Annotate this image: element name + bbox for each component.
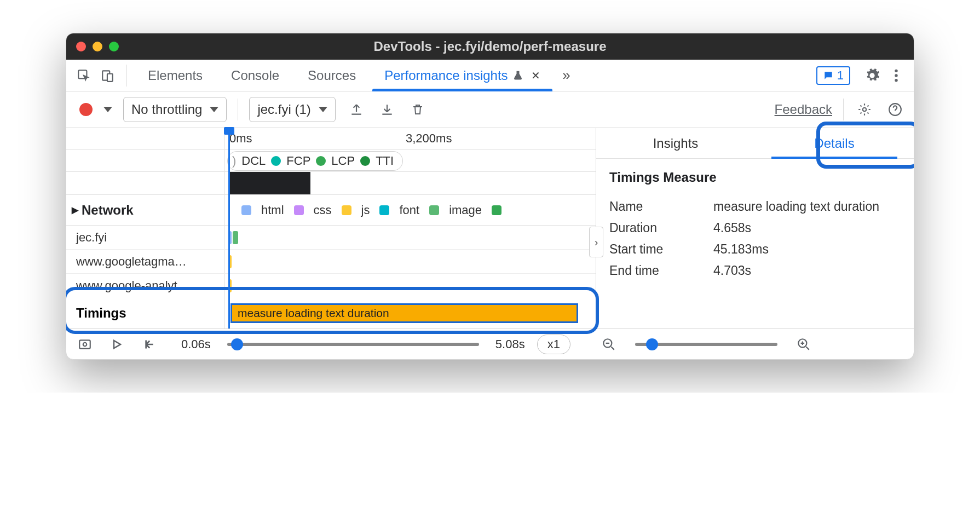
network-legend: html css js font image [225,203,596,217]
tab-insights[interactable]: Insights [596,128,755,158]
network-row[interactable]: www.googletagma… [66,250,596,274]
inspect-element-icon[interactable] [74,66,94,85]
playback-speed[interactable]: x1 [537,335,570,354]
panel-body: 0ms 3,200ms ) DCL FCP LCP TTI [66,128,914,329]
metrics-markers-row: ) DCL FCP LCP TTI [66,150,596,172]
zoom-out-icon[interactable] [599,335,619,354]
window-controls [76,42,119,51]
recording-select[interactable]: jec.fyi (1) [249,97,335,122]
download-icon[interactable] [377,100,397,119]
close-tab-icon[interactable]: ✕ [531,69,540,82]
svg-rect-2 [107,73,113,81]
upload-icon[interactable] [347,100,366,119]
window-title: DevTools - jec.fyi/demo/perf-measure [66,39,914,54]
right-panel-tabs: Insights Details [596,128,914,159]
chevron-down-icon [319,107,327,112]
toggle-view-icon[interactable] [75,335,95,354]
timings-track[interactable]: measure loading text duration [225,298,596,329]
record-button[interactable] [79,103,93,116]
network-row[interactable]: www.google-analyt… [66,274,596,298]
throttling-select[interactable]: No throttling [123,97,227,122]
detail-row-start: Start time45.183ms [596,239,914,260]
tab-performance-insights[interactable]: Performance insights ✕ [372,60,552,91]
playback-start-time: 0.06s [181,337,211,352]
time-tick-label: 3,200ms [406,131,452,146]
timing-measure-bar[interactable]: measure loading text duration [230,303,578,323]
tab-console[interactable]: Console [219,60,291,91]
rewind-icon[interactable] [139,335,158,354]
metrics-chipgroup[interactable]: ) DCL FCP LCP TTI [227,151,403,171]
tab-sources[interactable]: Sources [296,60,368,91]
zoom-slider[interactable] [635,343,777,346]
timeline-panel: 0ms 3,200ms ) DCL FCP LCP TTI [66,128,596,329]
zoom-in-icon[interactable] [794,335,814,354]
maximize-window-button[interactable] [109,42,119,51]
feedback-link[interactable]: Feedback [775,102,832,117]
network-toggle[interactable]: ▶ Network [66,195,225,225]
device-toolbar-icon[interactable] [98,66,118,85]
detail-row-name: Namemeasure loading text duration [596,196,914,217]
tab-details[interactable]: Details [755,128,914,158]
more-menu-icon[interactable] [886,66,906,85]
svg-rect-8 [79,340,90,348]
close-window-button[interactable] [76,42,86,51]
playback-footer: 0.06s 5.08s x1 [66,329,914,359]
chat-icon [823,70,834,81]
playhead-indicator[interactable] [228,128,230,329]
network-row[interactable]: jec.fyi [66,226,596,250]
filmstrip-frame[interactable] [228,172,310,194]
timings-section: Timings measure loading text duration [66,298,596,329]
window-titlebar: DevTools - jec.fyi/demo/perf-measure [66,33,914,60]
play-icon[interactable] [107,335,126,354]
performance-toolbar: No throttling jec.fyi (1) Feedback [66,91,914,128]
record-dropdown-icon[interactable] [103,107,112,112]
settings-gear-icon[interactable] [862,66,882,85]
delete-icon[interactable] [408,100,428,119]
svg-point-5 [895,78,897,81]
network-section-header: ▶ Network html css js font image [66,195,596,226]
experiment-flask-icon [512,70,523,81]
playback-slider[interactable] [227,343,479,346]
svg-point-9 [83,342,87,346]
devtools-main-tabs: Elements Console Sources Performance ins… [66,60,914,91]
timings-label: Timings [66,298,225,329]
detail-row-end: End time4.703s [596,260,914,281]
playback-end-time: 5.08s [495,337,525,352]
minimize-window-button[interactable] [93,42,102,51]
panel-settings-icon[interactable] [855,100,874,119]
more-tabs-icon[interactable]: » [557,66,577,85]
svg-point-6 [863,108,867,112]
details-panel: Insights Details Timings Measure Namemea… [596,128,914,329]
filmstrip-row [66,172,596,195]
svg-point-4 [895,74,897,77]
tab-elements[interactable]: Elements [136,60,215,91]
messages-badge[interactable]: 1 [816,66,850,85]
details-title: Timings Measure [596,159,914,196]
help-icon[interactable] [885,100,905,119]
time-ruler[interactable]: 0ms 3,200ms [66,128,596,150]
devtools-window: DevTools - jec.fyi/demo/perf-measure Ele… [66,33,914,360]
detail-row-duration: Duration4.658s [596,217,914,239]
chevron-down-icon [210,107,218,112]
svg-point-3 [895,69,897,72]
